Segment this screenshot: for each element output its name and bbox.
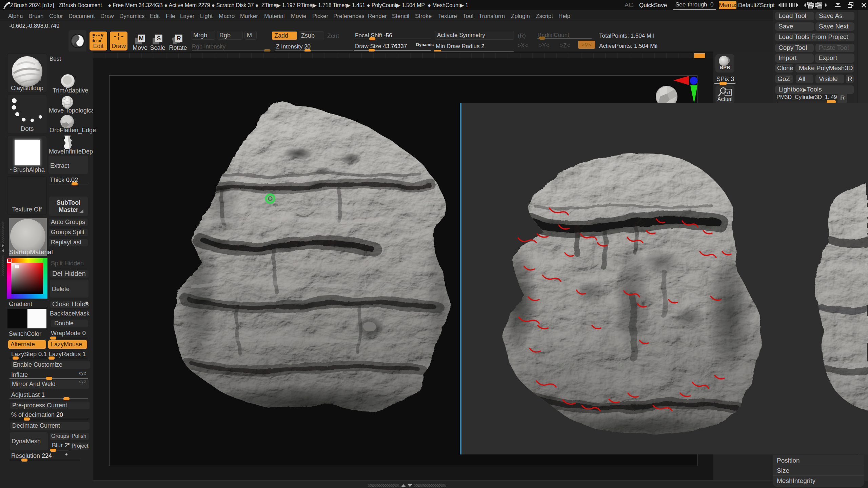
svg-text:x1: x1 (726, 90, 731, 95)
